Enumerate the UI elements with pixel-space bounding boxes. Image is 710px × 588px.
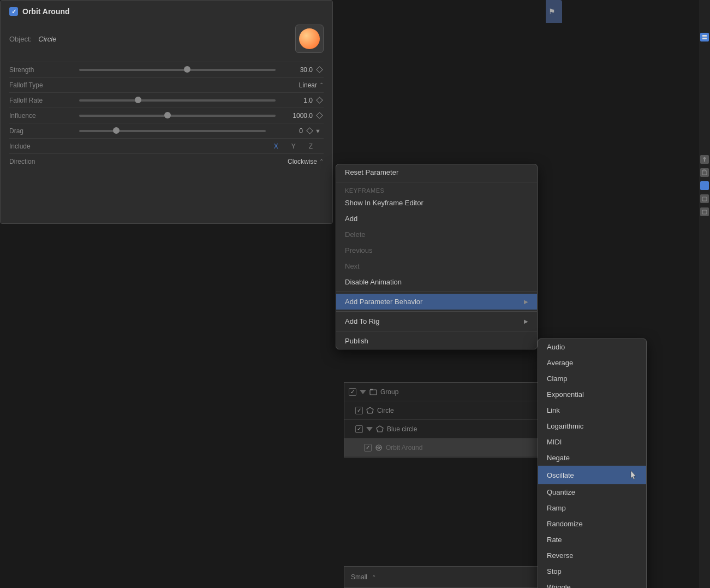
- folder3-icon-side: [702, 209, 707, 215]
- param-row-drag: Drag 0 ▼: [9, 123, 324, 138]
- menu-separator-2: [336, 292, 537, 292]
- submenu-randomize[interactable]: Randomize: [538, 516, 646, 532]
- submenu-wriggle[interactable]: Wriggle: [538, 579, 646, 588]
- submenu-quantize[interactable]: Quantize: [538, 484, 646, 500]
- object-row: Object: Circle: [9, 25, 324, 53]
- falloff-rate-value: 1.0: [280, 97, 313, 104]
- submenu-link[interactable]: Link: [538, 402, 646, 418]
- menu-reset-parameter[interactable]: Reset Parameter: [336, 164, 537, 180]
- falloff-rate-slider[interactable]: [79, 99, 276, 102]
- submenu-negate[interactable]: Negate: [538, 450, 646, 466]
- submenu-audio[interactable]: Audio: [538, 339, 646, 355]
- menu-add[interactable]: Add: [336, 211, 537, 227]
- svg-rect-1: [370, 389, 373, 390]
- strength-value: 30.0: [280, 66, 313, 74]
- side-icon-5[interactable]: [700, 207, 709, 216]
- submenu-rate[interactable]: Rate: [538, 532, 646, 548]
- side-icon-4[interactable]: [700, 194, 709, 203]
- svg-marker-3: [377, 426, 383, 432]
- strength-slider[interactable]: [79, 69, 276, 71]
- layer-name-blue-circle: Blue circle: [387, 425, 541, 433]
- layer-check-orbit[interactable]: [364, 444, 372, 452]
- drag-slider[interactable]: [79, 130, 266, 132]
- panel-title-row: Orbit Around: [9, 7, 324, 16]
- axis-x[interactable]: X: [274, 142, 278, 150]
- submenu-average[interactable]: Average: [538, 355, 646, 371]
- layer-check-group[interactable]: [349, 388, 356, 396]
- side-icon-3[interactable]: [700, 181, 709, 190]
- menu-next: Next: [336, 258, 537, 274]
- behavior-icon: [375, 444, 383, 452]
- drag-value: 0: [270, 127, 303, 135]
- menu-add-parameter-behavior[interactable]: Add Parameter Behavior ▶: [336, 294, 537, 310]
- menu-show-keyframe-editor[interactable]: Show In Keyframe Editor: [336, 195, 537, 211]
- submenu-reverse[interactable]: Reverse: [538, 548, 646, 563]
- falloff-type-value: Linear: [299, 81, 317, 89]
- param-row-direction: Direction Clockwise ⌃: [9, 153, 324, 169]
- submenu-clamp[interactable]: Clamp: [538, 371, 646, 387]
- menu-delete: Delete: [336, 227, 537, 242]
- orbit-panel: Orbit Around Object: Circle Strength 30.…: [0, 0, 333, 224]
- svg-rect-0: [370, 390, 377, 395]
- side-icon-0[interactable]: [700, 33, 709, 41]
- menu-add-to-rig[interactable]: Add To Rig ▶: [336, 313, 537, 329]
- layer-check-blue-circle[interactable]: [355, 425, 363, 433]
- expand-blue-circle-icon[interactable]: [366, 427, 373, 431]
- add-parameter-behavior-submenu: Audio Average Clamp Exponential Link Log…: [538, 338, 647, 588]
- direction-dropdown[interactable]: Clockwise ⌃: [75, 158, 324, 165]
- layer-row-orbit-around[interactable]: Orbit Around: [344, 438, 545, 457]
- layer-row-group[interactable]: Group: [344, 383, 545, 401]
- expand-group-icon[interactable]: [360, 390, 366, 394]
- submenu-midi[interactable]: MIDI: [538, 434, 646, 450]
- menu-separator-4: [336, 331, 537, 331]
- object-name-value: Circle: [38, 35, 289, 43]
- drag-expand[interactable]: ▼: [315, 128, 324, 134]
- falloff-type-chevron: ⌃: [319, 82, 324, 88]
- layer-row-blue-circle[interactable]: Blue circle: [344, 420, 545, 438]
- svg-marker-2: [367, 407, 373, 413]
- direction-chevron: ⌃: [319, 158, 324, 164]
- svg-rect-12: [702, 210, 707, 214]
- param-label-direction: Direction: [9, 158, 75, 165]
- shape-circle-icon: [366, 407, 374, 414]
- layer-panel: Group Circle Blue circle Orbit Around: [344, 382, 546, 458]
- right-side-panel: [699, 0, 710, 588]
- param-label-drag: Drag: [9, 127, 75, 135]
- param-label-falloff-type: Falloff Type: [9, 81, 75, 89]
- param-row-falloff-type: Falloff Type Linear ⌃: [9, 77, 324, 92]
- falloff-rate-keyframe[interactable]: [315, 96, 324, 105]
- menu-separator-1: [336, 182, 537, 182]
- submenu-logarithmic[interactable]: Logarithmic: [538, 418, 646, 434]
- dark-area-top: [344, 0, 546, 164]
- influence-keyframe[interactable]: [315, 111, 324, 120]
- param-label-strength: Strength: [9, 66, 75, 74]
- menu-separator-3: [336, 311, 537, 312]
- layer-check-circle[interactable]: [355, 407, 363, 414]
- submenu-ramp[interactable]: Ramp: [538, 500, 646, 516]
- falloff-type-dropdown[interactable]: Linear ⌃: [75, 81, 324, 89]
- submenu-stop[interactable]: Stop: [538, 563, 646, 579]
- side-icon-1[interactable]: [700, 155, 709, 164]
- side-icon-2[interactable]: [700, 168, 709, 177]
- influence-slider[interactable]: [79, 115, 276, 117]
- behavior-arrow-icon: ▶: [524, 299, 528, 305]
- object-preview[interactable]: [295, 25, 324, 53]
- menu-disable-animation[interactable]: Disable Animation: [336, 274, 537, 290]
- drag-keyframe[interactable]: [305, 127, 314, 135]
- strength-keyframe[interactable]: [315, 66, 324, 74]
- axis-z[interactable]: Z: [309, 142, 313, 150]
- axis-y[interactable]: Y: [291, 142, 296, 150]
- folder2-icon-side: [702, 195, 707, 202]
- folder-icon-side: [702, 169, 707, 176]
- flag-icon[interactable]: ⚑: [548, 7, 556, 16]
- layer-row-circle[interactable]: Circle: [344, 401, 545, 420]
- pin-icon: [702, 156, 707, 163]
- submenu-exponential[interactable]: Exponential: [538, 387, 646, 402]
- layers-icon: [702, 34, 707, 40]
- size-dropdown-icon[interactable]: ⌃: [372, 574, 376, 580]
- menu-publish[interactable]: Publish: [336, 333, 537, 349]
- direction-value: Clockwise: [288, 158, 317, 165]
- context-menu: Reset Parameter KEYFRAMES Show In Keyfra…: [336, 164, 538, 349]
- submenu-oscillate[interactable]: Oscillate: [538, 466, 646, 484]
- panel-enabled-checkbox[interactable]: [9, 7, 18, 16]
